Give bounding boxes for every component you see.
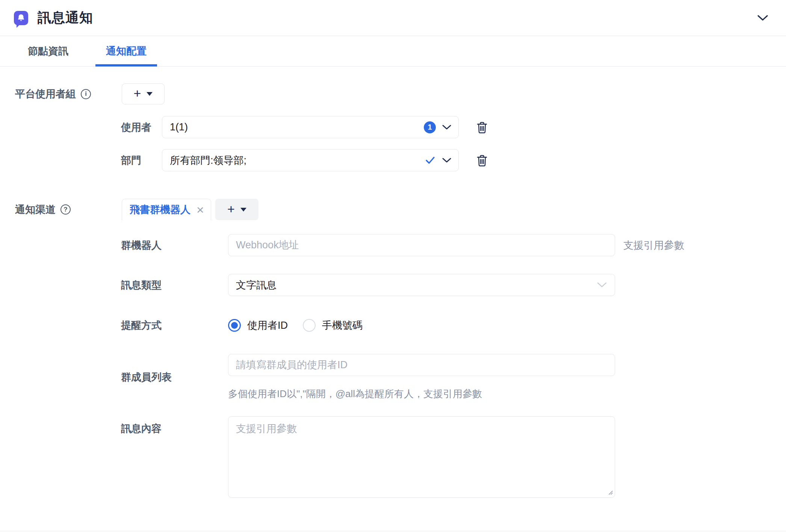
users-select[interactable]: 1(1) 1: [162, 116, 459, 138]
check-icon: [425, 156, 435, 165]
radio-phone-number[interactable]: 手機號碼: [303, 319, 363, 332]
message-type-label: 訊息類型: [121, 278, 228, 292]
platform-user-group-label: 平台使用者組: [15, 87, 76, 101]
caret-down-icon: [147, 92, 153, 96]
tab-node-info[interactable]: 節點資訊: [17, 36, 79, 66]
channel-chip-label: 飛書群機器人: [130, 203, 190, 216]
channel-chip-feishu-bot[interactable]: 飛書群機器人 ×: [122, 199, 211, 220]
add-channel-button[interactable]: +: [215, 199, 258, 220]
chevron-down-icon: [597, 282, 607, 288]
notify-channel-label: 通知渠道: [15, 203, 56, 216]
info-icon[interactable]: i: [81, 89, 91, 99]
plus-icon: +: [134, 87, 141, 100]
chevron-down-icon: [442, 157, 452, 163]
delete-users-row-button[interactable]: [476, 121, 488, 134]
radio-circle-icon: [228, 319, 241, 332]
message-content-row: 訊息內容: [121, 416, 786, 498]
group-robot-label: 群機器人: [121, 239, 228, 252]
tab-notify-config[interactable]: 通知配置: [95, 36, 157, 66]
add-user-group-button[interactable]: +: [122, 83, 165, 104]
message-type-value: 文字訊息: [236, 278, 277, 292]
message-type-select[interactable]: 文字訊息: [228, 274, 615, 296]
users-label: 使用者: [121, 121, 162, 134]
message-content-textarea[interactable]: [228, 416, 615, 498]
chevron-down-icon: [757, 15, 768, 21]
help-icon[interactable]: ?: [60, 204, 71, 215]
radio-user-id[interactable]: 使用者ID: [228, 319, 288, 332]
users-row: 使用者 1(1) 1: [121, 116, 786, 138]
close-icon[interactable]: ×: [196, 203, 205, 216]
caret-down-icon: [240, 208, 246, 212]
panel-title: 訊息通知: [38, 9, 93, 27]
trash-icon: [476, 154, 488, 167]
webhook-hint: 支援引用參數: [623, 239, 684, 252]
plus-icon: +: [227, 203, 235, 215]
users-select-value: 1(1): [170, 121, 188, 133]
department-select-value: 所有部門:领导部;: [170, 154, 246, 167]
message-content-label: 訊息內容: [121, 416, 228, 435]
trash-icon: [476, 121, 488, 134]
remind-mode-label: 提醒方式: [121, 319, 228, 332]
message-type-row: 訊息類型 文字訊息: [121, 274, 786, 296]
selected-count-badge: 1: [424, 121, 436, 133]
group-members-block: 多個使用者ID以","隔開，@all為提醒所有人，支援引用參數: [228, 354, 615, 401]
group-members-hint: 多個使用者ID以","隔開，@all為提醒所有人，支援引用參數: [228, 387, 615, 401]
message-content-wrap: [228, 416, 615, 498]
radio-circle-icon: [303, 319, 316, 332]
collapse-panel-button[interactable]: [755, 11, 770, 26]
tab-bar: 節點資訊 通知配置: [0, 36, 786, 66]
notify-config-form: 平台使用者組 i + 使用者 1(1) 1: [0, 66, 786, 498]
department-select[interactable]: 所有部門:领导部;: [162, 149, 459, 171]
department-row: 部門 所有部門:领导部;: [121, 149, 786, 171]
group-members-input[interactable]: [228, 354, 615, 376]
remind-mode-row: 提醒方式 使用者ID 手機號碼: [121, 319, 786, 332]
channel-chip-bar: 飛書群機器人 × +: [122, 199, 258, 220]
panel-header: 訊息通知: [0, 0, 786, 36]
notify-channel-section: 通知渠道 ? 飛書群機器人 × + 群機器人: [15, 199, 786, 498]
bottom-divider: [0, 531, 786, 531]
chevron-down-icon: [442, 124, 452, 130]
delete-department-row-button[interactable]: [476, 154, 488, 167]
group-members-row: 群成員列表 多個使用者ID以","隔開，@all為提醒所有人，支援引用參數: [121, 354, 786, 401]
department-label: 部門: [121, 154, 162, 167]
message-notify-panel: 訊息通知 節點資訊 通知配置 平台使用者組 i +: [0, 0, 786, 532]
platform-user-group-section: 平台使用者組 i + 使用者 1(1) 1: [15, 83, 786, 171]
group-robot-row: 群機器人 支援引用參數: [121, 234, 786, 256]
webhook-input[interactable]: [228, 234, 615, 256]
notification-bell-icon: [14, 11, 28, 25]
group-members-label: 群成員列表: [121, 370, 228, 384]
remind-mode-radio-group: 使用者ID 手機號碼: [228, 319, 378, 332]
